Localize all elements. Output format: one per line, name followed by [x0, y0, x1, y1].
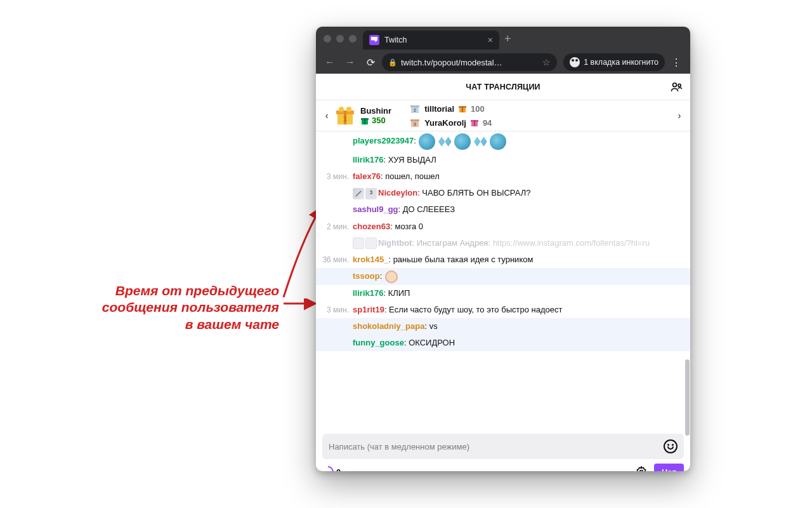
gift-small-icon — [360, 116, 369, 125]
rank-icon: 3 — [409, 117, 421, 128]
username[interactable]: krok145_ — [353, 255, 388, 264]
chat-message[interactable]: funny_goose: ОКСИДРОН — [316, 335, 690, 351]
message-text: КЛИП — [388, 288, 410, 298]
emote-icon — [454, 133, 471, 150]
message-time: 2 мин. — [320, 220, 353, 233]
browser-window: Twitch × + ← → ⟳ 🔒 twitch.tv/popout/mode… — [316, 27, 690, 471]
channel-points[interactable]: 0 — [322, 466, 341, 471]
chat-message[interactable]: llirik176: ХУЯ ВЫДАЛ — [316, 152, 690, 168]
message-time: 3 мин. — [320, 170, 353, 183]
message-time — [320, 320, 353, 321]
incognito-icon — [570, 57, 580, 67]
username[interactable]: Nicdeylon — [378, 188, 417, 197]
username[interactable]: chozen63 — [353, 222, 390, 231]
chat-message[interactable]: sashul9_gg: ДО СЛЕЕЕЕЗ — [316, 201, 690, 218]
username[interactable]: sp1rit19 — [353, 305, 384, 314]
chat-message[interactable]: tssoop: — [316, 268, 690, 285]
lock-icon: 🔒 — [388, 58, 397, 67]
chat-message[interactable]: 3 мин.sp1rit19: Если часто будут шоу, то… — [316, 302, 690, 318]
user-badge-icon — [365, 188, 377, 199]
tab-close-button[interactable]: × — [488, 35, 493, 45]
message-text: Инстаграм Андрея: https://www.instagram.… — [417, 238, 650, 248]
message-time — [320, 287, 353, 288]
chat-input[interactable] — [329, 442, 664, 451]
gift-small-icon — [470, 118, 479, 127]
send-button[interactable]: Чат — [654, 464, 684, 472]
leaderboard-top[interactable]: 1 Bushinr 350 — [334, 104, 391, 127]
emote-icon — [472, 133, 488, 150]
chat-message[interactable]: 36 мин.krok145_: раньше была такая идея … — [316, 251, 690, 268]
message-text: ХУЯ ВЫДАЛ — [388, 155, 436, 164]
chat-input-wrap — [322, 434, 684, 459]
emote-icon — [385, 271, 398, 283]
chat-messages[interactable]: players2923947: llirik176: ХУЯ ВЫДАЛ3 ми… — [316, 131, 690, 429]
emote-picker-button[interactable] — [664, 439, 678, 453]
titlebar: Twitch × + — [316, 27, 690, 51]
username[interactable]: players2923947 — [353, 136, 414, 145]
community-button[interactable] — [669, 79, 684, 95]
svg-text:2: 2 — [414, 107, 417, 113]
svg-point-7 — [339, 107, 344, 112]
tab-title: Twitch — [384, 36, 407, 44]
leaderboard-prev[interactable]: ‹ — [320, 110, 334, 121]
svg-rect-12 — [364, 118, 365, 124]
leaderboard-row[interactable]: 3 YuraKorolj 94 — [409, 117, 492, 128]
chat-message[interactable]: Nightbot: Инстаграм Андрея: https://www.… — [316, 235, 690, 251]
browser-toolbar: ← → ⟳ 🔒 twitch.tv/popout/modestal… ☆ 1 в… — [316, 51, 690, 74]
chat-message[interactable]: players2923947: — [316, 131, 690, 152]
message-time — [320, 237, 353, 237]
username[interactable]: llirik176 — [353, 288, 383, 298]
leaderboard: ‹ 1 Bushinr 350 2 tilltorial — [316, 100, 690, 131]
message-text: ОКСИДРОН — [409, 338, 455, 347]
url-text: twitch.tv/popout/modestal… — [401, 58, 502, 67]
gift-icon: 1 — [334, 104, 357, 127]
svg-point-3 — [678, 84, 681, 86]
svg-point-2 — [673, 83, 677, 87]
emote-icon — [419, 133, 435, 150]
browser-tab[interactable]: Twitch × — [363, 30, 499, 50]
message-time: 36 мин. — [320, 253, 353, 266]
emote-icon — [436, 133, 453, 150]
username[interactable]: llirik176 — [353, 155, 383, 164]
username[interactable]: tssoop — [353, 271, 380, 281]
forward-button[interactable]: → — [341, 53, 359, 71]
message-text: Если часто будут шоу, то это быстро надо… — [389, 305, 562, 314]
chat-message[interactable]: Nicdeylon: ЧАВО БЛЯТЬ ОН ВЫСРАЛ? — [316, 185, 690, 201]
incognito-badge[interactable]: 1 вкладка инкогнито — [563, 53, 665, 71]
chat-message[interactable]: 3 мин.falex76: пошел, пошел — [316, 168, 690, 185]
bookmark-icon[interactable]: ☆ — [542, 57, 551, 67]
message-time — [320, 337, 353, 337]
username[interactable]: Nightbot — [378, 238, 412, 248]
message-time — [320, 203, 353, 204]
user-badge-icon — [365, 237, 377, 249]
message-time — [320, 270, 353, 271]
chat-title: ЧАТ ТРАНСЛЯЦИИ — [466, 83, 540, 91]
window-controls[interactable] — [324, 35, 357, 43]
message-time — [320, 187, 353, 187]
back-button[interactable]: ← — [321, 53, 339, 71]
browser-menu-button[interactable]: ⋮ — [667, 53, 685, 71]
chat-footer: 0 Чат — [316, 429, 690, 471]
username[interactable]: sashul9_gg — [353, 204, 398, 214]
username[interactable]: funny_goose — [353, 338, 404, 347]
rank-icon: 2 — [409, 103, 421, 114]
reload-button[interactable]: ⟳ — [362, 53, 379, 71]
gift-small-icon — [458, 104, 467, 113]
chat-message[interactable]: shokoladniy_papa: vs — [316, 318, 690, 335]
address-bar[interactable]: 🔒 twitch.tv/popout/modestal… ☆ — [382, 53, 557, 71]
emote-icon — [490, 133, 506, 150]
chat-settings-button[interactable] — [632, 463, 650, 471]
new-tab-button[interactable]: + — [504, 32, 511, 46]
scrollbar-thumb[interactable] — [685, 359, 690, 436]
message-text: пошел, пошел — [385, 171, 439, 181]
user-badge-icon — [353, 188, 364, 199]
username[interactable]: shokoladniy_papa — [353, 321, 424, 331]
chat-message[interactable]: llirik176: КЛИП — [316, 285, 690, 302]
chat-message[interactable]: 2 мин.chozen63: мозга 0 — [316, 218, 690, 235]
svg-text:1: 1 — [343, 115, 347, 123]
svg-rect-18 — [462, 106, 463, 112]
user-badge-icon — [353, 237, 364, 249]
leaderboard-row[interactable]: 2 tilltorial 100 — [409, 103, 492, 114]
username[interactable]: falex76 — [353, 171, 381, 181]
leaderboard-next[interactable]: › — [672, 110, 686, 121]
